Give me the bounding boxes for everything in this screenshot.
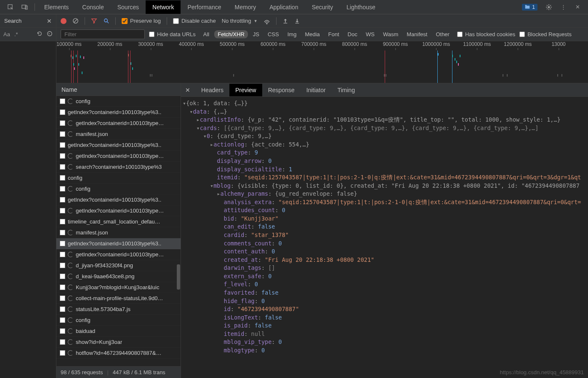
request-checkbox[interactable] [60, 164, 65, 170]
detail-tab-preview[interactable]: Preview [229, 84, 262, 96]
request-checkbox[interactable] [60, 306, 65, 312]
request-list-header[interactable]: Name [56, 83, 181, 96]
filter-type-wasm[interactable]: Wasm [380, 30, 402, 38]
panel-tab-security[interactable]: Security [305, 0, 340, 14]
request-checkbox[interactable] [60, 317, 65, 323]
filter-type-all[interactable]: All [200, 30, 213, 38]
request-item[interactable]: d_jiyan-9f343230f4.png [56, 260, 181, 271]
filter-type-css[interactable]: CSS [264, 30, 282, 38]
download-har-icon[interactable] [294, 18, 300, 24]
request-item[interactable]: config [56, 96, 181, 107]
more-icon[interactable]: ⋮ [559, 3, 568, 12]
request-checkbox[interactable] [60, 339, 65, 345]
request-checkbox[interactable] [60, 175, 65, 181]
request-item[interactable]: collect-main-profile-statusLite.9d0… [56, 293, 181, 304]
request-item[interactable]: manifest.json [56, 227, 181, 238]
request-item[interactable]: baiduad [56, 326, 181, 337]
request-item[interactable]: search?containerid=100103type%3 [56, 162, 181, 173]
panel-tab-sources[interactable]: Sources [111, 0, 146, 14]
request-item[interactable]: getIndex?containerid=100103type%3.. [56, 238, 181, 249]
request-item[interactable]: getIndex?containerid=100103type%3.. [56, 194, 181, 205]
has-blocked-cookies-checkbox[interactable]: Has blocked cookies [457, 31, 515, 37]
filter-type-other[interactable]: Other [432, 30, 453, 38]
request-item[interactable]: show?id=Kunjj3oar [56, 337, 181, 348]
match-case-toggle[interactable]: Aa [3, 31, 10, 37]
filter-input[interactable] [61, 29, 145, 39]
network-conditions-icon[interactable] [263, 18, 270, 24]
close-search-icon[interactable]: ✕ [47, 18, 52, 24]
close-panel-icon[interactable]: ✕ [185, 87, 190, 93]
request-checkbox[interactable] [60, 131, 65, 137]
request-item[interactable]: getIndex?containerid=100103type… [56, 249, 181, 260]
disable-cache-checkbox[interactable]: Disable cache [173, 18, 216, 24]
filter-type-font[interactable]: Font [325, 30, 343, 38]
request-item[interactable]: config [56, 173, 181, 184]
filter-type-media[interactable]: Media [301, 30, 323, 38]
request-checkbox[interactable] [60, 252, 65, 257]
inspect-icon[interactable] [6, 3, 15, 12]
request-checkbox[interactable] [60, 109, 65, 115]
panel-tab-lighthouse[interactable]: Lighthouse [340, 0, 382, 14]
request-checkbox[interactable] [60, 295, 65, 301]
filter-icon[interactable] [91, 18, 97, 24]
clear-search-icon[interactable] [47, 31, 53, 38]
upload-har-icon[interactable] [282, 18, 288, 24]
request-item[interactable]: manifest.json [56, 129, 181, 140]
panel-tab-memory[interactable]: Memory [228, 0, 263, 14]
request-item[interactable]: config [56, 184, 181, 194]
request-item[interactable]: d_keai-9aae643ce8.png [56, 271, 181, 282]
panel-tab-elements[interactable]: Elements [37, 0, 75, 14]
request-checkbox[interactable] [60, 241, 65, 246]
detail-tab-timing[interactable]: Timing [332, 84, 361, 96]
request-checkbox[interactable] [60, 120, 65, 126]
request-item[interactable]: statusLite.57304ba7.js [56, 304, 181, 315]
clear-icon[interactable] [72, 18, 79, 24]
request-checkbox[interactable] [60, 263, 65, 268]
request-item[interactable]: hotflow?id=4672394490807887&… [56, 348, 181, 359]
refresh-search-icon[interactable] [37, 31, 43, 38]
request-checkbox[interactable] [60, 285, 65, 290]
throttling-select[interactable]: No throttling ▼ [222, 18, 258, 24]
filter-type-ws[interactable]: WS [362, 30, 378, 38]
request-item[interactable]: Kunjj3oar?mblogid=Kunjj3oar&luic [56, 282, 181, 293]
preserve-log-checkbox[interactable]: Preserve log [122, 18, 161, 24]
request-checkbox[interactable] [60, 98, 65, 104]
request-item[interactable]: config [56, 315, 181, 326]
request-checkbox[interactable] [60, 153, 65, 159]
filter-type-fetchxhr[interactable]: Fetch/XHR [214, 30, 248, 38]
request-checkbox[interactable] [60, 186, 65, 192]
search-icon[interactable] [103, 18, 109, 24]
issues-badge[interactable]: 1 [522, 4, 537, 11]
blocked-requests-checkbox[interactable]: Blocked Requests [519, 31, 572, 37]
request-item[interactable]: timeline_card_small_location_defau… [56, 216, 181, 227]
request-item[interactable]: getIndex?containerid=100103type… [56, 118, 181, 129]
hide-data-urls-checkbox[interactable]: Hide data URLs [149, 31, 196, 37]
regex-toggle[interactable]: .* [14, 31, 18, 37]
panel-tab-application[interactable]: Application [263, 0, 305, 14]
filter-type-doc[interactable]: Doc [344, 30, 361, 38]
close-devtools-icon[interactable]: ✕ [573, 3, 582, 12]
request-checkbox[interactable] [60, 350, 65, 356]
device-icon[interactable] [20, 3, 29, 12]
panel-tab-network[interactable]: Network [146, 0, 181, 14]
request-checkbox[interactable] [60, 230, 65, 235]
request-checkbox[interactable] [60, 328, 65, 334]
scrollbar[interactable] [177, 264, 180, 290]
request-item[interactable]: getIndex?containerid=100103type%3.. [56, 140, 181, 151]
panel-tab-performance[interactable]: Performance [181, 0, 228, 14]
detail-tab-headers[interactable]: Headers [195, 84, 229, 96]
request-checkbox[interactable] [60, 219, 65, 224]
request-item[interactable]: getIndex?containerid=100103type… [56, 205, 181, 216]
request-checkbox[interactable] [60, 197, 65, 202]
filter-type-manifest[interactable]: Manifest [403, 30, 431, 38]
request-checkbox[interactable] [60, 208, 65, 213]
request-checkbox[interactable] [60, 142, 65, 148]
filter-type-js[interactable]: JS [250, 30, 263, 38]
detail-tab-response[interactable]: Response [262, 84, 301, 96]
detail-tab-initiator[interactable]: Initiator [301, 84, 332, 96]
request-item[interactable]: getIndex?containerid=100103type%3.. [56, 107, 181, 118]
json-preview[interactable]: ▾{ok: 1, data: {…}} ▾data: {,…} ▸cardlis… [181, 97, 588, 378]
panel-tab-console[interactable]: Console [75, 0, 110, 14]
filter-type-img[interactable]: Img [284, 30, 300, 38]
request-item[interactable]: getIndex?containerid=100103type… [56, 151, 181, 162]
